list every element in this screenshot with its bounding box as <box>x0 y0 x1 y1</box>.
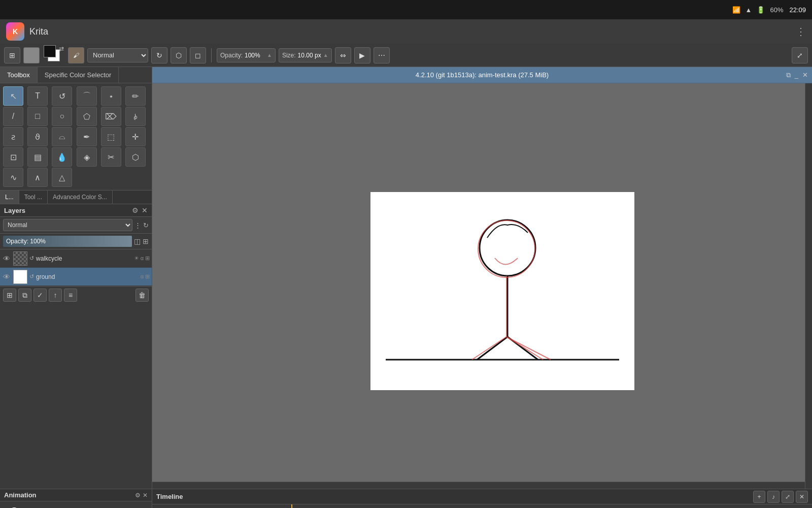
canvas-minimize-icon[interactable]: _ <box>795 71 798 79</box>
anim-close-icon[interactable]: ✕ <box>143 492 148 499</box>
tool-calligraphy[interactable]: ✒ <box>77 127 97 146</box>
drawing-svg <box>370 192 634 390</box>
layer-sun-icon[interactable]: ☀ <box>134 255 139 262</box>
app-menu-icon[interactable]: ⋮ <box>796 25 806 38</box>
toolbar-gray-btn[interactable] <box>23 47 40 64</box>
tool-polyline[interactable]: ⌦ <box>101 107 121 126</box>
layer-vis-walkcycle[interactable]: 👁 <box>2 255 11 263</box>
layers-settings-icon[interactable]: ⚙ <box>132 206 139 214</box>
layers-blend-arrow[interactable]: ⋮ <box>134 221 141 229</box>
tool-eyedrop[interactable]: 💧 <box>52 147 72 167</box>
tool-curve2[interactable]: ∿ <box>3 168 23 187</box>
color-swatches[interactable]: ⇄ <box>44 45 64 66</box>
layer-item-ground[interactable]: 👁 ↺ ground α ⊞ <box>0 268 152 286</box>
tool-select[interactable]: ↖ <box>3 86 23 106</box>
tool-arc[interactable]: ∧ <box>27 168 48 187</box>
layers-opacity-bar[interactable]: Opacity: 100% <box>3 236 132 247</box>
layers-opacity-icon[interactable]: ◫ <box>134 237 141 245</box>
layer-thumb-walkcycle <box>13 251 27 266</box>
panel-tab-color[interactable]: Advanced Color S... <box>48 190 113 204</box>
layer-alpha-icon[interactable]: α <box>141 255 144 262</box>
layers-blend-lock[interactable]: ↻ <box>143 221 149 229</box>
lock-alpha-btn[interactable]: ⬡ <box>171 47 187 64</box>
tool-rect[interactable]: □ <box>27 107 48 126</box>
layers-check-btn[interactable]: ✓ <box>33 289 47 302</box>
tool-move[interactable]: ✛ <box>125 127 146 146</box>
sim-icon: 📶 <box>732 6 740 14</box>
layer-ground-alpha-icon[interactable]: α <box>141 273 144 280</box>
canvas-scrollbar-horizontal[interactable] <box>152 482 805 489</box>
canvas-title-icons: ⧉ _ ✕ <box>786 71 808 79</box>
layers-properties-btn[interactable]: ≡ <box>64 289 77 302</box>
tool-crop[interactable]: ⊡ <box>3 147 23 167</box>
layers-blend-select[interactable]: Normal <box>3 219 132 231</box>
layers-delete-btn[interactable]: 🗑 <box>136 289 149 302</box>
tool-freehand[interactable]: ✏ <box>125 86 146 106</box>
tab-color-selector[interactable]: Specific Color Selector <box>38 67 119 83</box>
tool-contiguous-sel[interactable]: ↺ <box>52 86 72 106</box>
canvas-surface[interactable] <box>370 192 634 390</box>
opacity-spinner-up[interactable]: ▲ <box>267 52 272 58</box>
tl-add-keyframe[interactable]: + <box>753 491 765 503</box>
tool-transform[interactable]: ⬚ <box>101 127 121 146</box>
anim-settings-icon[interactable]: ⚙ <box>135 492 141 499</box>
swap-colors-btn[interactable]: ⇄ <box>59 45 64 52</box>
tool-wave[interactable]: △ <box>52 168 72 187</box>
canvas-detach-icon[interactable]: ⧉ <box>786 71 791 79</box>
layers-header: Layers ⚙ ✕ <box>0 204 152 217</box>
panel-tab-tool[interactable]: Tool ... <box>19 190 48 204</box>
current-frame-display[interactable]: 3 <box>4 504 24 508</box>
tool-line[interactable]: / <box>3 107 23 126</box>
layer-vis-ground[interactable]: 👁 <box>2 273 11 281</box>
tool-polygon[interactable]: ⬠ <box>77 107 97 126</box>
blend-mode-select[interactable]: Normal <box>87 48 148 62</box>
animation-panel: Animation ⚙ ✕ 3 ▲ ▼ Start: End: ⏮ <box>0 489 152 508</box>
size-spinner-up[interactable]: ▲ <box>323 52 328 58</box>
layers-up-btn[interactable]: ↑ <box>49 289 62 302</box>
layer-item-walkcycle[interactable]: 👁 ↺ walkcycle ☀ α ⊞ <box>0 249 152 268</box>
mirror-h-btn[interactable]: ⇔ <box>335 47 351 64</box>
tool-zoom-gradient[interactable]: ⬡ <box>125 147 146 167</box>
tool-lasso[interactable]: ⌓ <box>52 127 72 146</box>
size-value[interactable]: 10.00 px <box>298 52 321 59</box>
erase-btn[interactable]: ◻ <box>190 47 206 64</box>
toolbar: ⊞ ⇄ 🖌 Normal ↻ ⬡ ◻ Opacity: 100% ▲ Size:… <box>0 44 812 67</box>
tool-dynamic[interactable]: ϑ <box>27 127 48 146</box>
svg-line-8 <box>506 337 543 360</box>
animation-title: Animation <box>4 491 37 499</box>
toolbar-grid-btn[interactable]: ⊞ <box>4 47 20 64</box>
tool-bezier[interactable]: ꞗ <box>125 107 146 126</box>
tool-curve[interactable]: ⌒ <box>77 86 97 106</box>
tl-expand[interactable]: ⤢ <box>782 491 794 503</box>
foreground-color-swatch[interactable] <box>44 45 56 57</box>
layer-expand-walkcycle[interactable]: ↺ <box>29 255 34 262</box>
opacity-value[interactable]: 100% <box>245 52 265 59</box>
tl-close[interactable]: ✕ <box>796 491 808 503</box>
wrap-btn[interactable]: ↻ <box>151 47 167 64</box>
tool-multibrush[interactable]: ⋆ <box>101 86 121 106</box>
layers-opacity-expand[interactable]: ⊞ <box>143 237 149 245</box>
tool-fill[interactable]: ▤ <box>27 147 48 167</box>
layer-more-icon[interactable]: ⊞ <box>145 255 150 262</box>
layers-title: Layers <box>4 207 25 214</box>
layers-duplicate-btn[interactable]: ⧉ <box>18 289 31 302</box>
tool-smart-patch[interactable]: ◈ <box>77 147 97 167</box>
panel-tab-layers[interactable]: L... <box>0 190 19 204</box>
tab-toolbox[interactable]: Toolbox <box>0 67 38 83</box>
brush-preset-btn[interactable]: 🖌 <box>68 47 84 64</box>
layer-expand-ground[interactable]: ↺ <box>29 273 34 280</box>
tool-freehand2[interactable]: ꙅ <box>3 127 23 146</box>
layer-ground-more-icon[interactable]: ⊞ <box>145 273 150 280</box>
tl-audio[interactable]: ♪ <box>767 491 780 503</box>
animation-header: Animation ⚙ ✕ <box>0 489 152 501</box>
play-btn-toolbar[interactable]: ▶ <box>354 47 370 64</box>
canvas-scrollbar-vertical[interactable] <box>805 83 812 489</box>
canvas-close-icon[interactable]: ✕ <box>802 71 808 79</box>
tool-text[interactable]: T <box>27 86 48 106</box>
layers-add-group-btn[interactable]: ⊞ <box>3 289 16 302</box>
layers-close-icon[interactable]: ✕ <box>142 206 148 214</box>
tool-deform[interactable]: ✂ <box>101 147 121 167</box>
expand-btn[interactable]: ⤢ <box>792 47 808 64</box>
more-options-btn[interactable]: ⋯ <box>374 47 390 64</box>
tool-ellipse[interactable]: ○ <box>52 107 72 126</box>
